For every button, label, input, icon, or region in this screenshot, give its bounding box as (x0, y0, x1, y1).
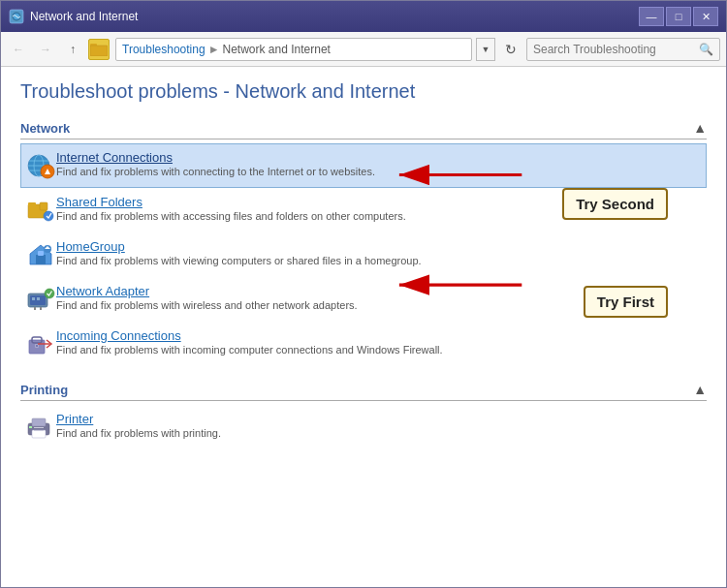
title-bar: Network and Internet — □ ✕ (1, 1, 726, 32)
breadcrumb-dropdown-button[interactable]: ▼ (476, 38, 495, 61)
network-section: Network ▲ (20, 120, 707, 366)
homegroup-title: HomeGroup (56, 239, 422, 254)
svg-point-25 (45, 289, 54, 298)
printer-title: Printer (56, 412, 221, 426)
shared-folders-desc: Find and fix problems with accessing fil… (56, 210, 406, 222)
back-button[interactable]: ← (7, 38, 30, 61)
window-controls: — □ ✕ (639, 7, 718, 26)
svg-rect-24 (40, 307, 42, 310)
network-adapter-icon (25, 284, 56, 315)
incoming-connections-text: Incoming Connections Find and fix proble… (56, 328, 443, 356)
content-area: Troubleshoot problems - Network and Inte… (1, 67, 726, 587)
printing-section: Printing ▲ (20, 382, 707, 449)
svg-point-29 (36, 345, 38, 347)
maximize-button[interactable]: □ (666, 7, 691, 26)
breadcrumb-network-internet: Network and Internet (223, 43, 331, 56)
incoming-connections-item[interactable]: Incoming Connections Find and fix proble… (20, 322, 707, 366)
internet-connections-text: Internet Connections Find and fix proble… (56, 150, 375, 177)
network-section-title: Network (20, 121, 70, 136)
breadcrumb-separator: ► (208, 43, 220, 56)
incoming-connections-title: Incoming Connections (56, 328, 443, 343)
printing-section-header: Printing ▲ (20, 382, 707, 401)
svg-rect-23 (34, 307, 36, 310)
refresh-button[interactable]: ↻ (499, 38, 522, 61)
svg-rect-13 (28, 202, 36, 206)
search-icon[interactable]: 🔍 (699, 43, 713, 56)
network-section-header: Network ▲ (20, 120, 707, 139)
search-input[interactable] (533, 43, 699, 56)
network-adapter-desc: Find and fix problems with wireless and … (56, 299, 358, 311)
try-first-callout: Try First (584, 286, 668, 318)
try-second-callout: Try Second (562, 188, 668, 220)
breadcrumb-troubleshooting[interactable]: Troubleshooting (122, 43, 205, 56)
incoming-connections-icon (25, 328, 56, 359)
breadcrumb-folder-icon (88, 39, 110, 60)
shared-folders-title: Shared Folders (56, 195, 406, 209)
search-box: 🔍 (526, 38, 720, 61)
printing-section-title: Printing (20, 383, 68, 397)
up-button[interactable]: ↑ (61, 38, 84, 61)
svg-rect-21 (32, 297, 35, 300)
printer-text: Printer Find and fix problems with print… (56, 412, 221, 439)
network-adapter-text: Network Adapter Find and fix problems wi… (56, 284, 358, 311)
main-content: Troubleshoot problems - Network and Inte… (1, 67, 726, 587)
network-collapse-button[interactable]: ▲ (693, 120, 707, 136)
main-window: Network and Internet — □ ✕ ← → ↑ Trouble… (0, 0, 727, 588)
window-icon (9, 9, 24, 24)
internet-connections-icon (25, 150, 56, 181)
incoming-connections-desc: Find and fix problems with incoming comp… (56, 344, 443, 356)
close-button[interactable]: ✕ (693, 7, 718, 26)
network-adapter-title: Network Adapter (56, 284, 358, 298)
svg-rect-14 (40, 202, 47, 210)
svg-rect-33 (32, 430, 46, 438)
internet-connections-item[interactable]: Internet Connections Find and fix proble… (20, 143, 707, 188)
svg-rect-16 (36, 255, 46, 264)
window-title: Network and Internet (30, 10, 138, 23)
printer-desc: Find and fix problems with printing. (56, 427, 221, 439)
shared-folders-text: Shared Folders Find and fix problems wit… (56, 195, 406, 222)
forward-button[interactable]: → (34, 38, 57, 61)
address-bar: ← → ↑ Troubleshooting ► Network and Inte… (1, 32, 726, 67)
svg-point-15 (44, 211, 53, 221)
homegroup-text: HomeGroup Find and fix problems with vie… (56, 239, 422, 266)
homegroup-icon (25, 239, 56, 270)
page-title: Troubleshoot problems - Network and Inte… (20, 80, 707, 103)
printer-icon (25, 412, 56, 443)
svg-rect-35 (34, 427, 44, 428)
internet-connections-desc: Find and fix problems with connecting to… (56, 166, 375, 177)
shared-folders-icon (25, 195, 56, 226)
internet-connections-title: Internet Connections (56, 150, 375, 165)
title-bar-left: Network and Internet (9, 9, 138, 24)
printing-collapse-button[interactable]: ▲ (693, 382, 707, 397)
minimize-button[interactable]: — (639, 7, 664, 26)
svg-rect-17 (38, 251, 44, 256)
homegroup-desc: Find and fix problems with viewing compu… (56, 255, 422, 266)
homegroup-item[interactable]: HomeGroup Find and fix problems with vie… (20, 232, 707, 277)
breadcrumb-bar: Troubleshooting ► Network and Internet (115, 38, 472, 61)
svg-rect-36 (34, 430, 44, 431)
svg-rect-32 (32, 418, 46, 426)
printer-item[interactable]: Printer Find and fix problems with print… (20, 405, 707, 449)
svg-rect-22 (37, 297, 40, 300)
svg-rect-34 (29, 426, 32, 428)
